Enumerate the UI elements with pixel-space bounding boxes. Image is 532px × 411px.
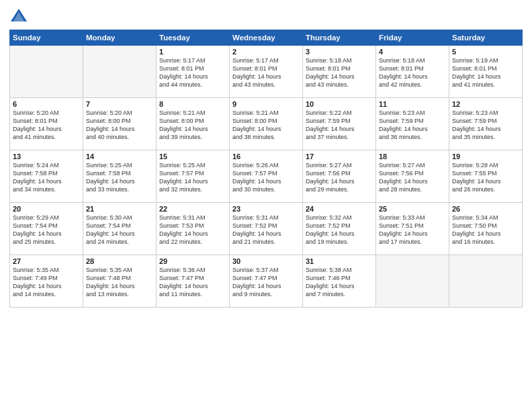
day-cell: 15Sunrise: 5:25 AM Sunset: 7:57 PM Dayli… xyxy=(157,150,230,203)
day-number: 21 xyxy=(86,205,153,213)
day-cell: 11Sunrise: 5:23 AM Sunset: 7:59 PM Dayli… xyxy=(376,98,449,150)
weekday-header-saturday: Saturday xyxy=(449,30,523,46)
day-cell: 13Sunrise: 5:24 AM Sunset: 7:58 PM Dayli… xyxy=(10,150,83,203)
day-info: Sunrise: 5:20 AM Sunset: 8:00 PM Dayligh… xyxy=(86,109,153,142)
day-info: Sunrise: 5:23 AM Sunset: 7:59 PM Dayligh… xyxy=(379,109,446,142)
day-cell: 1Sunrise: 5:17 AM Sunset: 8:01 PM Daylig… xyxy=(157,46,230,98)
day-number: 9 xyxy=(232,100,300,108)
day-info: Sunrise: 5:27 AM Sunset: 7:56 PM Dayligh… xyxy=(306,161,373,194)
day-cell: 4Sunrise: 5:18 AM Sunset: 8:01 PM Daylig… xyxy=(376,46,449,98)
weekday-header-wednesday: Wednesday xyxy=(230,30,303,46)
day-number: 3 xyxy=(306,48,373,56)
day-number: 15 xyxy=(159,152,226,161)
day-number: 24 xyxy=(306,205,373,213)
day-info: Sunrise: 5:27 AM Sunset: 7:56 PM Dayligh… xyxy=(379,161,446,194)
day-number: 18 xyxy=(379,152,446,161)
day-number: 6 xyxy=(13,100,80,108)
day-info: Sunrise: 5:21 AM Sunset: 8:00 PM Dayligh… xyxy=(159,109,226,142)
day-info: Sunrise: 5:18 AM Sunset: 8:01 PM Dayligh… xyxy=(306,56,373,89)
day-info: Sunrise: 5:26 AM Sunset: 7:57 PM Dayligh… xyxy=(232,161,300,194)
day-number: 8 xyxy=(159,100,226,108)
day-cell: 28Sunrise: 5:35 AM Sunset: 7:48 PM Dayli… xyxy=(83,255,157,308)
day-cell: 9Sunrise: 5:21 AM Sunset: 8:00 PM Daylig… xyxy=(230,98,303,150)
day-cell: 12Sunrise: 5:23 AM Sunset: 7:59 PM Dayli… xyxy=(449,98,523,150)
day-number: 14 xyxy=(86,152,153,161)
week-row-3: 13Sunrise: 5:24 AM Sunset: 7:58 PM Dayli… xyxy=(10,150,523,203)
day-cell: 16Sunrise: 5:26 AM Sunset: 7:57 PM Dayli… xyxy=(230,150,303,203)
day-cell: 20Sunrise: 5:29 AM Sunset: 7:54 PM Dayli… xyxy=(10,203,83,255)
day-number: 4 xyxy=(379,48,446,56)
day-info: Sunrise: 5:28 AM Sunset: 7:55 PM Dayligh… xyxy=(452,161,519,194)
day-number: 10 xyxy=(306,100,373,108)
day-cell xyxy=(376,255,449,308)
day-info: Sunrise: 5:35 AM Sunset: 7:48 PM Dayligh… xyxy=(86,266,153,299)
day-number: 20 xyxy=(13,205,80,213)
weekday-header-friday: Friday xyxy=(376,30,449,46)
day-cell xyxy=(449,255,523,308)
day-cell xyxy=(83,46,157,98)
day-cell: 22Sunrise: 5:31 AM Sunset: 7:53 PM Dayli… xyxy=(157,203,230,255)
logo-icon xyxy=(9,7,28,26)
week-row-1: 1Sunrise: 5:17 AM Sunset: 8:01 PM Daylig… xyxy=(10,46,523,98)
day-number: 26 xyxy=(452,205,519,213)
day-info: Sunrise: 5:32 AM Sunset: 7:52 PM Dayligh… xyxy=(306,214,373,246)
day-info: Sunrise: 5:22 AM Sunset: 7:59 PM Dayligh… xyxy=(306,109,373,142)
day-cell: 3Sunrise: 5:18 AM Sunset: 8:01 PM Daylig… xyxy=(303,46,376,98)
week-row-4: 20Sunrise: 5:29 AM Sunset: 7:54 PM Dayli… xyxy=(10,203,523,255)
day-cell: 24Sunrise: 5:32 AM Sunset: 7:52 PM Dayli… xyxy=(303,203,376,255)
week-row-2: 6Sunrise: 5:20 AM Sunset: 8:01 PM Daylig… xyxy=(10,98,523,150)
day-number: 12 xyxy=(452,100,519,108)
weekday-header-sunday: Sunday xyxy=(10,30,83,46)
day-info: Sunrise: 5:23 AM Sunset: 7:59 PM Dayligh… xyxy=(452,109,519,142)
day-cell: 14Sunrise: 5:25 AM Sunset: 7:58 PM Dayli… xyxy=(83,150,157,203)
day-info: Sunrise: 5:38 AM Sunset: 7:46 PM Dayligh… xyxy=(306,266,373,299)
calendar-table: SundayMondayTuesdayWednesdayThursdayFrid… xyxy=(9,30,523,308)
day-info: Sunrise: 5:31 AM Sunset: 7:52 PM Dayligh… xyxy=(232,214,300,246)
page-header xyxy=(9,7,523,26)
day-info: Sunrise: 5:17 AM Sunset: 8:01 PM Dayligh… xyxy=(232,56,300,89)
day-info: Sunrise: 5:33 AM Sunset: 7:51 PM Dayligh… xyxy=(379,214,446,246)
day-number: 28 xyxy=(86,257,153,265)
weekday-header-thursday: Thursday xyxy=(303,30,376,46)
day-info: Sunrise: 5:18 AM Sunset: 8:01 PM Dayligh… xyxy=(379,56,446,89)
weekday-header-row: SundayMondayTuesdayWednesdayThursdayFrid… xyxy=(10,30,523,46)
day-cell: 30Sunrise: 5:37 AM Sunset: 7:47 PM Dayli… xyxy=(230,255,303,308)
day-info: Sunrise: 5:21 AM Sunset: 8:00 PM Dayligh… xyxy=(232,109,300,142)
day-info: Sunrise: 5:37 AM Sunset: 7:47 PM Dayligh… xyxy=(232,266,300,299)
day-number: 7 xyxy=(86,100,153,108)
day-cell: 18Sunrise: 5:27 AM Sunset: 7:56 PM Dayli… xyxy=(376,150,449,203)
day-info: Sunrise: 5:20 AM Sunset: 8:01 PM Dayligh… xyxy=(13,109,80,142)
day-info: Sunrise: 5:31 AM Sunset: 7:53 PM Dayligh… xyxy=(159,214,226,246)
day-info: Sunrise: 5:25 AM Sunset: 7:57 PM Dayligh… xyxy=(159,161,226,194)
day-cell: 8Sunrise: 5:21 AM Sunset: 8:00 PM Daylig… xyxy=(157,98,230,150)
day-cell: 6Sunrise: 5:20 AM Sunset: 8:01 PM Daylig… xyxy=(10,98,83,150)
day-info: Sunrise: 5:35 AM Sunset: 7:49 PM Dayligh… xyxy=(13,266,80,299)
day-number: 22 xyxy=(159,205,226,213)
day-info: Sunrise: 5:17 AM Sunset: 8:01 PM Dayligh… xyxy=(159,56,226,89)
day-number: 16 xyxy=(232,152,300,161)
day-info: Sunrise: 5:25 AM Sunset: 7:58 PM Dayligh… xyxy=(86,161,153,194)
day-info: Sunrise: 5:36 AM Sunset: 7:47 PM Dayligh… xyxy=(159,266,226,299)
page-container: SundayMondayTuesdayWednesdayThursdayFrid… xyxy=(0,0,532,411)
day-number: 2 xyxy=(232,48,300,56)
day-number: 17 xyxy=(306,152,373,161)
day-info: Sunrise: 5:29 AM Sunset: 7:54 PM Dayligh… xyxy=(13,214,80,246)
day-cell: 27Sunrise: 5:35 AM Sunset: 7:49 PM Dayli… xyxy=(10,255,83,308)
day-number: 13 xyxy=(13,152,80,161)
day-number: 23 xyxy=(232,205,300,213)
day-cell: 31Sunrise: 5:38 AM Sunset: 7:46 PM Dayli… xyxy=(303,255,376,308)
day-cell: 26Sunrise: 5:34 AM Sunset: 7:50 PM Dayli… xyxy=(449,203,523,255)
day-number: 11 xyxy=(379,100,446,108)
day-number: 30 xyxy=(232,257,300,265)
day-number: 31 xyxy=(306,257,373,265)
day-cell: 23Sunrise: 5:31 AM Sunset: 7:52 PM Dayli… xyxy=(230,203,303,255)
day-cell: 25Sunrise: 5:33 AM Sunset: 7:51 PM Dayli… xyxy=(376,203,449,255)
day-number: 25 xyxy=(379,205,446,213)
day-cell: 21Sunrise: 5:30 AM Sunset: 7:54 PM Dayli… xyxy=(83,203,157,255)
day-info: Sunrise: 5:24 AM Sunset: 7:58 PM Dayligh… xyxy=(13,161,80,194)
day-cell: 17Sunrise: 5:27 AM Sunset: 7:56 PM Dayli… xyxy=(303,150,376,203)
day-info: Sunrise: 5:34 AM Sunset: 7:50 PM Dayligh… xyxy=(452,214,519,246)
day-info: Sunrise: 5:30 AM Sunset: 7:54 PM Dayligh… xyxy=(86,214,153,246)
day-cell: 5Sunrise: 5:19 AM Sunset: 8:01 PM Daylig… xyxy=(449,46,523,98)
day-cell: 29Sunrise: 5:36 AM Sunset: 7:47 PM Dayli… xyxy=(157,255,230,308)
